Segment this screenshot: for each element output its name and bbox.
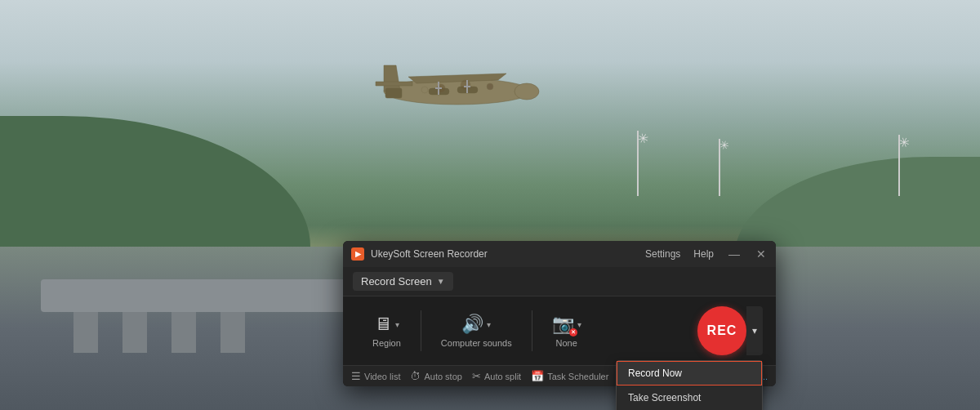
computer-sounds-control[interactable]: 🔊 ▾ Computer sounds	[425, 314, 528, 348]
toolbar-task-scheduler[interactable]: 📅 Task Scheduler	[531, 370, 608, 382]
sounds-chevron-icon: ▾	[487, 320, 491, 329]
svg-point-10	[487, 83, 493, 90]
app-window: ▶ UkeySoft Screen Recorder Settings Help…	[343, 241, 776, 386]
rec-area: REC ▾ Record Now Take Screenshot Countdo…	[697, 306, 763, 355]
settings-menu[interactable]: Settings	[645, 248, 680, 260]
rec-button[interactable]: REC	[697, 306, 746, 355]
computer-sounds-label: Computer sounds	[441, 338, 512, 348]
video-list-label: Video list	[364, 372, 400, 381]
sounds-icon: 🔊	[461, 314, 483, 335]
separator-2	[532, 310, 532, 351]
region-icon: 🖥	[374, 314, 392, 335]
airplane	[368, 49, 547, 123]
turbine-2: ✳	[719, 139, 720, 196]
take-screenshot-label: Take Screenshot	[628, 392, 701, 403]
region-icon-row: 🖥 ▾	[374, 314, 399, 335]
toolbar-auto-split[interactable]: ✂ Auto split	[472, 370, 521, 382]
auto-split-icon: ✂	[472, 370, 481, 382]
webcam-label: None	[556, 338, 577, 348]
record-type-selected: Record Screen	[361, 275, 432, 287]
svg-marker-2	[384, 65, 400, 91]
webcam-chevron-icon: ▾	[577, 320, 581, 329]
svg-marker-3	[376, 82, 412, 86]
region-chevron-icon: ▾	[395, 320, 399, 329]
title-left: ▶ UkeySoft Screen Recorder	[351, 247, 488, 261]
task-scheduler-icon: 📅	[531, 370, 544, 382]
svg-point-4	[514, 83, 539, 100]
svg-point-9	[461, 80, 470, 90]
auto-split-label: Auto split	[484, 372, 521, 381]
rec-dropdown-button[interactable]: ▾	[746, 306, 763, 355]
auto-stop-toolbar-label: Auto stop	[424, 372, 461, 381]
task-scheduler-label: Task Scheduler	[547, 372, 608, 381]
webcam-badge: ✕	[569, 328, 577, 336]
webcam-icon-row: 📷 ✕ ▾	[552, 314, 581, 335]
region-control[interactable]: 🖥 ▾ Region	[356, 314, 417, 348]
region-label: Region	[372, 338, 401, 348]
separator-1	[421, 310, 421, 351]
app-icon: ▶	[351, 247, 364, 261]
app-title: UkeySoft Screen Recorder	[371, 248, 488, 260]
dropdown-arrow-icon: ▼	[437, 277, 445, 286]
record-type-bar: Record Screen ▼	[343, 267, 776, 296]
dropdown-item-record-now[interactable]: Record Now	[617, 361, 762, 385]
title-controls: Settings Help — ✕	[645, 247, 768, 261]
turbine-3: ✳	[898, 135, 900, 196]
record-now-label: Record Now	[628, 368, 682, 379]
webcam-control[interactable]: 📷 ✕ ▾ None	[536, 314, 598, 348]
sounds-icon-row: 🔊 ▾	[461, 314, 491, 335]
svg-point-11	[421, 87, 428, 93]
main-controls: 🖥 ▾ Region 🔊 ▾ Computer sounds 📷 ✕ ▾	[343, 296, 776, 365]
rec-dropdown-menu: Record Now Take Screenshot Countdown Rec…	[616, 360, 763, 410]
record-type-dropdown[interactable]: Record Screen ▼	[353, 272, 453, 291]
toolbar-auto-stop[interactable]: ⏱ Auto stop	[410, 370, 461, 382]
camera-icon-container: 📷 ✕	[552, 314, 574, 335]
video-list-icon: ☰	[351, 370, 361, 382]
dropdown-item-screenshot[interactable]: Take Screenshot	[617, 385, 762, 410]
auto-stop-icon: ⏱	[410, 370, 421, 382]
toolbar-video-list[interactable]: ☰ Video list	[351, 370, 400, 382]
turbine-1: ✳	[637, 131, 639, 196]
help-menu[interactable]: Help	[693, 248, 714, 260]
minimize-button[interactable]: —	[727, 247, 742, 261]
title-bar: ▶ UkeySoft Screen Recorder Settings Help…	[343, 241, 776, 267]
close-button[interactable]: ✕	[755, 247, 768, 261]
svg-rect-7	[385, 88, 402, 98]
